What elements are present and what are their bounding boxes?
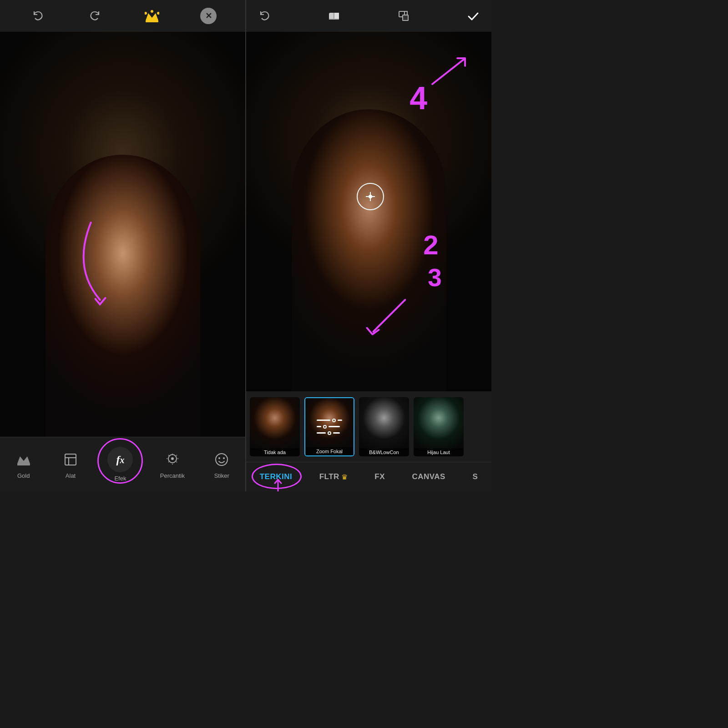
filter-thumb-img-tidak-ada xyxy=(250,397,300,456)
percantik-icon xyxy=(162,450,182,470)
svg-point-2 xyxy=(145,12,147,15)
eraser-button[interactable] xyxy=(325,7,343,25)
nav-stiker[interactable]: Stiker xyxy=(212,450,232,479)
filter-label-bwlowcon: B&WLowCon xyxy=(359,448,409,456)
filter-label-tidak-ada: Tidak ada xyxy=(250,448,300,456)
svg-marker-0 xyxy=(146,13,158,20)
layers-button[interactable] xyxy=(394,7,413,25)
nav-gold[interactable]: Gold xyxy=(14,450,34,479)
filter-label-zoom-fokal: Zoom Fokal xyxy=(305,447,354,455)
svg-rect-20 xyxy=(403,15,408,20)
svg-rect-1 xyxy=(146,20,158,22)
nav-alat[interactable]: Alat xyxy=(61,450,81,479)
svg-rect-16 xyxy=(334,13,339,19)
right-photo-area: 4 2 3 xyxy=(246,32,491,391)
left-panel: ✕ Gold xyxy=(0,0,245,491)
svg-point-3 xyxy=(157,12,159,15)
filter-tidak-ada[interactable]: Tidak ada xyxy=(250,397,300,456)
nav-alat-label: Alat xyxy=(66,472,76,479)
focus-point[interactable] xyxy=(357,183,384,210)
filter-hijau-laut[interactable]: Hijau Laut xyxy=(414,397,464,456)
svg-marker-5 xyxy=(17,456,30,464)
tab-bar: TERKINI FLTR ♛ FX CANVAS S xyxy=(246,462,491,491)
filter-thumb-img-bwlowcon xyxy=(359,397,409,456)
right-undo-button[interactable] xyxy=(255,7,273,25)
nav-percantik-label: Percantik xyxy=(160,472,185,479)
svg-point-12 xyxy=(216,454,228,465)
filter-thumb-img-hijau-laut xyxy=(414,397,464,456)
svg-point-4 xyxy=(151,10,153,13)
filter-label-hijau-laut: Hijau Laut xyxy=(414,448,464,456)
efek-icon: fx xyxy=(107,447,133,472)
right-toolbar xyxy=(246,0,491,32)
tab-terkini[interactable]: TERKINI xyxy=(256,462,296,491)
svg-point-11 xyxy=(171,457,174,460)
tab-s-label: S xyxy=(472,472,478,481)
svg-rect-6 xyxy=(17,464,30,465)
svg-point-13 xyxy=(218,457,220,459)
gold-icon xyxy=(14,450,34,470)
nav-gold-label: Gold xyxy=(17,472,30,479)
nav-efek[interactable]: fx Efek xyxy=(107,447,133,482)
nav-percantik[interactable]: Percantik xyxy=(160,450,185,479)
confirm-button[interactable] xyxy=(464,7,482,25)
redo-button[interactable] xyxy=(86,7,104,25)
alat-icon xyxy=(61,450,81,470)
tab-fx-label: FX xyxy=(374,472,385,481)
right-panel: 4 2 3 Tidak ada xyxy=(246,0,491,491)
crown-button[interactable] xyxy=(143,7,161,25)
tab-fltr[interactable]: FLTR ♛ xyxy=(316,462,351,491)
tab-s[interactable]: S xyxy=(469,462,481,491)
left-photo-area xyxy=(0,32,245,437)
close-button[interactable]: ✕ xyxy=(200,8,217,24)
svg-rect-7 xyxy=(65,454,76,465)
bottom-nav: Gold Alat fx Efek xyxy=(0,437,245,491)
tab-terkini-label: TERKINI xyxy=(260,472,293,481)
tab-canvas[interactable]: CANVAS xyxy=(408,462,449,491)
photo-figure-right xyxy=(292,109,446,391)
tab-fx[interactable]: FX xyxy=(371,462,389,491)
undo-button[interactable] xyxy=(29,7,47,25)
nav-efek-label: Efek xyxy=(114,475,126,482)
tab-fltr-label: FLTR xyxy=(319,472,339,481)
photo-figure-left xyxy=(46,155,200,437)
zoom-fokal-icon xyxy=(317,419,342,435)
nav-stiker-label: Stiker xyxy=(214,472,229,479)
left-toolbar: ✕ xyxy=(0,0,245,32)
tab-canvas-label: CANVAS xyxy=(412,472,445,481)
filter-strip: Tidak ada xyxy=(246,391,491,462)
svg-point-14 xyxy=(223,457,225,459)
filter-bwlowcon[interactable]: B&WLowCon xyxy=(359,397,409,456)
filter-zoom-fokal[interactable]: Zoom Fokal xyxy=(304,397,354,456)
fltr-crown-icon: ♛ xyxy=(341,473,348,481)
stiker-icon xyxy=(212,450,232,470)
